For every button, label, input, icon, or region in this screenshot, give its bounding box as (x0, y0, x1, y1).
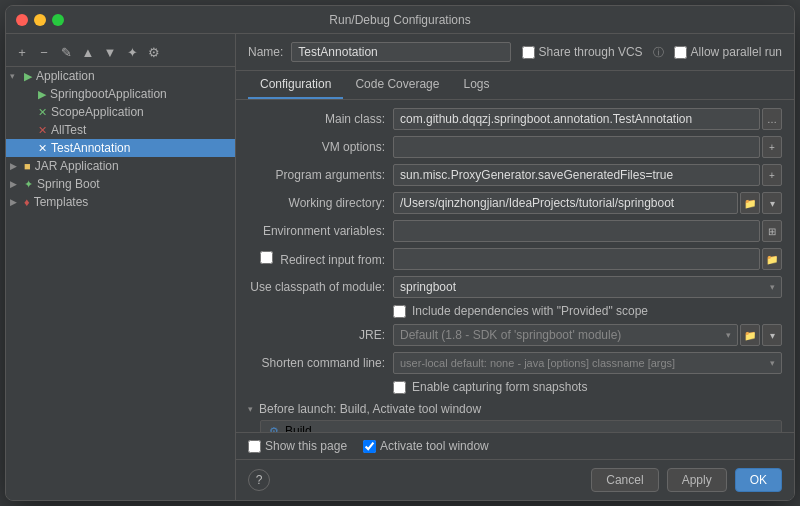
sidebar-item-alltest[interactable]: ✕ AllTest (6, 121, 235, 139)
args-expand-button[interactable]: + (762, 164, 782, 186)
tabs-bar: Configuration Code Coverage Logs (236, 71, 794, 100)
parallel-run-checkbox[interactable]: Allow parallel run (674, 45, 782, 59)
redirect-checkbox[interactable] (260, 251, 273, 264)
vm-options-field: + (393, 136, 782, 158)
jre-extra-button[interactable]: ▾ (762, 324, 782, 346)
main-content: + − ✎ ▲ ▼ ✦ ⚙ ▾ ▶ Application ▶ Springbo… (6, 34, 794, 500)
sidebar-item-scope-app[interactable]: ✕ ScopeApplication (6, 103, 235, 121)
enable-capturing-checkbox[interactable] (393, 381, 406, 394)
footer-buttons: Cancel Apply OK (591, 468, 782, 492)
sidebar-item-jar[interactable]: ▶ ■ JAR Application (6, 157, 235, 175)
main-class-label: Main class: (248, 112, 393, 126)
redirect-input[interactable] (393, 248, 760, 270)
traffic-lights (16, 14, 64, 26)
help-button[interactable]: ? (248, 469, 270, 491)
jre-label: JRE: (248, 328, 393, 342)
classpath-value: springboot (400, 280, 456, 294)
program-args-input[interactable] (393, 164, 760, 186)
main-class-input[interactable] (393, 108, 760, 130)
sidebar-toolbar: + − ✎ ▲ ▼ ✦ ⚙ (6, 38, 235, 67)
tab-logs[interactable]: Logs (451, 71, 501, 99)
window-title: Run/Debug Configurations (329, 13, 470, 27)
main-class-row: Main class: … (248, 108, 782, 130)
jre-browse-button[interactable]: 📁 (740, 324, 760, 346)
vm-options-input[interactable] (393, 136, 760, 158)
redirect-label: Redirect input from: (248, 251, 393, 267)
sidebar-item-application[interactable]: ▾ ▶ Application (6, 67, 235, 85)
shorten-cmd-dropdown[interactable]: user-local default: none - java [options… (393, 352, 782, 374)
cancel-button[interactable]: Cancel (591, 468, 658, 492)
sidebar-item-test-annotation[interactable]: ✕ TestAnnotation (6, 139, 235, 157)
redirect-row: Redirect input from: 📁 (248, 248, 782, 270)
show-page-input[interactable] (248, 440, 261, 453)
add-config-button[interactable]: + (12, 42, 32, 62)
sidebar-item-springboot-app[interactable]: ▶ SpringbootApplication (6, 85, 235, 103)
jre-dropdown[interactable]: Default (1.8 - SDK of 'springboot' modul… (393, 324, 738, 346)
titlebar: Run/Debug Configurations (6, 6, 794, 34)
redirect-browse-button[interactable]: 📁 (762, 248, 782, 270)
working-dir-input[interactable] (393, 192, 738, 214)
working-dir-row: Working directory: 📁 ▾ (248, 192, 782, 214)
template-icon: ♦ (24, 196, 30, 208)
show-page-checkbox[interactable]: Show this page (248, 439, 347, 453)
sidebar-item-label: Templates (34, 195, 89, 209)
sidebar-item-spring-boot[interactable]: ▶ ✦ Spring Boot (6, 175, 235, 193)
vm-options-row: VM options: + (248, 136, 782, 158)
ok-button[interactable]: OK (735, 468, 782, 492)
sidebar-item-templates[interactable]: ▶ ♦ Templates (6, 193, 235, 211)
parallel-run-input[interactable] (674, 46, 687, 59)
dir-dropdown-button[interactable]: ▾ (762, 192, 782, 214)
classpath-dropdown[interactable]: springboot ▾ (393, 276, 782, 298)
tab-code-coverage[interactable]: Code Coverage (343, 71, 451, 99)
env-vars-input[interactable] (393, 220, 760, 242)
name-input[interactable] (291, 42, 511, 62)
share-vcs-input[interactable] (522, 46, 535, 59)
dialog-footer: ? Cancel Apply OK (236, 459, 794, 500)
sort-button[interactable]: ✦ (122, 42, 142, 62)
sidebar-item-label: Application (36, 69, 95, 83)
dropdown-arrow-icon: ▾ (770, 282, 775, 292)
sidebar-item-label: SpringbootApplication (50, 87, 167, 101)
remove-config-button[interactable]: − (34, 42, 54, 62)
name-label: Name: (248, 45, 283, 59)
close-button[interactable] (16, 14, 28, 26)
move-up-button[interactable]: ▲ (78, 42, 98, 62)
activate-tool-input[interactable] (363, 440, 376, 453)
sidebar-item-label: TestAnnotation (51, 141, 130, 155)
apply-button[interactable]: Apply (667, 468, 727, 492)
env-vars-label: Environment variables: (248, 224, 393, 238)
before-launch-header: ▾ Before launch: Build, Activate tool wi… (248, 402, 782, 416)
program-args-row: Program arguments: + (248, 164, 782, 186)
classpath-label: Use classpath of module: (248, 280, 393, 294)
sidebar-item-label: JAR Application (35, 159, 119, 173)
working-dir-field: 📁 ▾ (393, 192, 782, 214)
maximize-button[interactable] (52, 14, 64, 26)
jre-row: JRE: Default (1.8 - SDK of 'springboot' … (248, 324, 782, 346)
footer-checks: Show this page Activate tool window (236, 432, 794, 459)
activate-tool-checkbox[interactable]: Activate tool window (363, 439, 489, 453)
include-deps-label: Include dependencies with "Provided" sco… (412, 304, 648, 318)
minimize-button[interactable] (34, 14, 46, 26)
include-deps-checkbox[interactable] (393, 305, 406, 318)
copy-config-button[interactable]: ✎ (56, 42, 76, 62)
shorten-cmd-field: user-local default: none - java [options… (393, 352, 782, 374)
filter-button[interactable]: ⚙ (144, 42, 164, 62)
build-gear-icon: ⚙ (269, 425, 279, 433)
share-vcs-checkbox[interactable]: Share through VCS (522, 45, 643, 59)
env-browse-button[interactable]: ⊞ (762, 220, 782, 242)
section-toggle-icon[interactable]: ▾ (248, 404, 253, 414)
jre-value: Default (1.8 - SDK of 'springboot' modul… (400, 328, 621, 342)
dir-browse-button[interactable]: 📁 (740, 192, 760, 214)
expand-arrow: ▶ (10, 197, 24, 207)
tab-configuration[interactable]: Configuration (248, 71, 343, 99)
redirect-field: 📁 (393, 248, 782, 270)
expand-arrow: ▶ (10, 179, 24, 189)
move-down-button[interactable]: ▼ (100, 42, 120, 62)
show-page-label: Show this page (265, 439, 347, 453)
name-row: Name: Share through VCS ⓘ Allow parallel… (236, 34, 794, 71)
main-class-browse-button[interactable]: … (762, 108, 782, 130)
enable-capturing-row: Enable capturing form snapshots (248, 380, 782, 394)
vm-expand-button[interactable]: + (762, 136, 782, 158)
main-class-field: … (393, 108, 782, 130)
expand-arrow: ▾ (10, 71, 24, 81)
